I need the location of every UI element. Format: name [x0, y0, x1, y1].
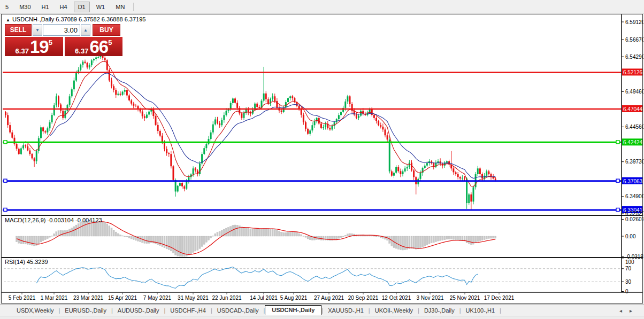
svg-text:6.42424: 6.42424	[623, 139, 643, 145]
svg-text:1 Mar 2021: 1 Mar 2021	[41, 295, 68, 301]
svg-text:0.02607: 0.02607	[625, 216, 643, 222]
chart-ohlc-values: 6.37089 6.37582 6.36888 6.37195	[56, 16, 145, 22]
volume-decrease-button[interactable]: ▼	[33, 24, 42, 36]
macd-indicator-label: MACD(12,26,9) -0.003104 -0.004123	[5, 217, 102, 223]
svg-text:6.49460: 6.49460	[625, 89, 643, 95]
chart-tab-usdcad[interactable]: USDCAD-,Daily	[212, 306, 264, 315]
svg-text:6.44560: 6.44560	[625, 124, 643, 130]
rsi-indicator-label: RSI(14) 45.3239	[5, 259, 48, 265]
volume-increase-button[interactable]: ▲	[81, 24, 90, 36]
chart-tab-dj30[interactable]: DJ30-,Daily	[419, 306, 459, 315]
buy-button[interactable]: BUY	[93, 24, 120, 36]
bid-pipette: 5	[49, 36, 52, 50]
svg-text:6.47044: 6.47044	[623, 106, 643, 112]
trading-terminal-screen: { "toolbar": { "timeframes": [ {"label":…	[0, 0, 644, 319]
chart-tab-eurusd[interactable]: EURUSD-,Daily	[60, 306, 111, 315]
chart-tab-bar: USDX,Weekly|EURUSD-,Daily|AUDUSD-,Daily|…	[0, 305, 644, 316]
svg-text:7 May 2021: 7 May 2021	[143, 295, 172, 301]
ask-price-display[interactable]: 6.37 66 5	[65, 37, 123, 56]
svg-text:70: 70	[625, 266, 632, 271]
svg-text:22 Jun 2021: 22 Jun 2021	[212, 295, 241, 301]
svg-text:31 May 2021: 31 May 2021	[178, 295, 209, 301]
svg-text:0.00: 0.00	[625, 234, 636, 239]
chart-tab-audusd[interactable]: AUDUSD-,Daily	[113, 306, 164, 315]
svg-text:6.56670: 6.56670	[625, 37, 643, 43]
svg-text:23 Mar 2021: 23 Mar 2021	[73, 295, 104, 301]
timeframe-button-mn[interactable]: MN	[111, 2, 129, 12]
svg-text:27 Aug 2021: 27 Aug 2021	[314, 295, 344, 301]
one-click-trade-panel: SELL ▼ ▲ BUY 6.37 19 5 6.37 66 5	[5, 24, 122, 56]
svg-text:25 Nov 2021: 25 Nov 2021	[450, 295, 480, 301]
svg-text:12 Oct 2021: 12 Oct 2021	[382, 295, 411, 301]
chart-title: ▲USDCNH-,Daily 6.37089 6.37582 6.36888 6…	[6, 16, 145, 22]
chevron-down-icon: ▼	[35, 28, 40, 33]
chart-tab-usdcnh[interactable]: USDCNH-,Daily	[265, 305, 321, 315]
svg-text:6.39730: 6.39730	[625, 159, 643, 165]
tab-scroll-arrows[interactable]: ◂▸	[619, 308, 640, 314]
bid-big-digits: 19	[30, 39, 49, 55]
timeframe-button-5[interactable]: 5	[1, 2, 13, 12]
chevron-up-icon: ▲	[83, 28, 88, 33]
svg-text:6.34900: 6.34900	[625, 193, 643, 199]
ask-pipette: 5	[108, 36, 112, 50]
svg-text:5 Aug 2021: 5 Aug 2021	[280, 295, 308, 301]
timeframe-button-h4[interactable]: H4	[56, 2, 72, 12]
svg-text:0: 0	[625, 289, 628, 294]
svg-text:6.54290: 6.54290	[625, 54, 643, 60]
chart-tab-usdx[interactable]: USDX,Weekly	[12, 306, 58, 315]
svg-text:3 Nov 2021: 3 Nov 2021	[416, 295, 444, 301]
timeframe-button-m30[interactable]: M30	[15, 2, 35, 12]
svg-text:6.37063: 6.37063	[623, 178, 643, 184]
chart-window[interactable]: 6.521266.470446.424246.370636.330416.591…	[1, 14, 643, 304]
chart-canvas[interactable]: 6.521266.470446.424246.370636.330416.591…	[2, 14, 643, 303]
svg-text:100: 100	[625, 259, 634, 265]
chart-symbol-period: USDCNH-,Daily	[12, 16, 54, 22]
timeframe-button-h1[interactable]: H1	[37, 2, 53, 12]
volume-input[interactable]	[43, 24, 80, 36]
svg-text:14 Jul 2021: 14 Jul 2021	[250, 295, 278, 301]
toolbar-separator	[133, 3, 134, 11]
svg-text:6.59120: 6.59120	[625, 19, 643, 25]
tab-separator: |	[500, 307, 501, 314]
chart-tab-usdchf[interactable]: USDCHF-,H4	[165, 306, 211, 315]
ask-prefix: 6.37	[75, 47, 88, 55]
bid-price-display[interactable]: 6.37 19 5	[5, 37, 63, 56]
svg-text:20 Sep 2021: 20 Sep 2021	[348, 295, 379, 301]
chart-tab-ukoil[interactable]: UKOil-,Weekly	[370, 306, 418, 315]
status-strip	[0, 316, 644, 319]
svg-text:6.52126: 6.52126	[623, 69, 643, 75]
svg-text:30: 30	[625, 279, 632, 285]
timeframe-toolbar: 5M30H1H4D1W1MN	[0, 0, 644, 14]
chart-tab-uk100[interactable]: UK100-,H1	[461, 306, 500, 315]
chart-tab-xauusd[interactable]: XAUUSD-,H1	[323, 306, 369, 315]
timeframe-button-w1[interactable]: W1	[92, 2, 110, 12]
svg-text:5 Feb 2021: 5 Feb 2021	[9, 295, 36, 301]
sell-button[interactable]: SELL	[5, 24, 32, 36]
svg-text:15 Apr 2021: 15 Apr 2021	[108, 295, 137, 301]
ask-big-digits: 66	[89, 39, 108, 55]
bid-prefix: 6.37	[16, 47, 29, 55]
timeframe-button-d1[interactable]: D1	[74, 2, 90, 12]
svg-text:17 Dec 2021: 17 Dec 2021	[484, 295, 515, 301]
collapse-triangle-icon[interactable]: ▲	[6, 18, 10, 22]
